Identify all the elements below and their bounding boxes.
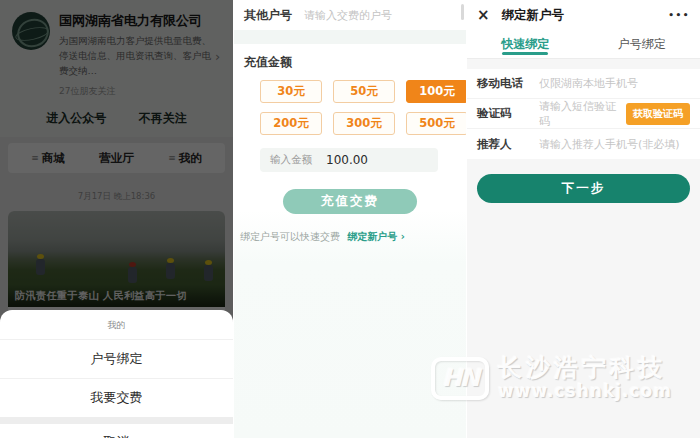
bind-form: 移动电话 仅限湖南本地手机号 验证码 请输入短信验证码 获取验证码 推荐人 请输…: [467, 69, 700, 159]
amount-button-500[interactable]: 500元: [406, 112, 466, 135]
mobile-phone-label: 移动电话: [477, 76, 539, 91]
verification-code-input[interactable]: 请输入短信验证码: [539, 99, 626, 129]
action-sheet: 我的 户号绑定 我要交费 取消: [0, 310, 233, 438]
account-number-input[interactable]: 请输入交费的户号: [304, 8, 392, 23]
page-title: 绑定新户号: [502, 7, 565, 24]
amount-button-50[interactable]: 50元: [333, 80, 395, 103]
page-header: × 绑定新户号 •••: [467, 0, 700, 30]
action-sheet-title: 我的: [0, 310, 233, 339]
referrer-row: 推荐人 请输入推荐人手机号(非必填): [467, 129, 700, 159]
amount-input-row: 输入金额 100.00: [260, 148, 438, 172]
verification-code-label: 验证码: [477, 106, 539, 121]
tab-account-bind[interactable]: 户号绑定: [584, 30, 700, 58]
verification-code-row: 验证码 请输入短信验证码 获取验证码: [467, 99, 700, 129]
watermark-company-name: 长沙浩宁科技: [498, 355, 672, 381]
tab-bar: 快速绑定 户号绑定: [467, 30, 700, 59]
bind-hint-row: 绑定户号可以快速交费 绑定新户号 ›: [240, 230, 466, 244]
hn-logo-icon: HN: [431, 357, 489, 400]
other-account-row: 其他户号 请输入交费的户号: [234, 0, 466, 30]
mobile-phone-input[interactable]: 仅限湖南本地手机号: [539, 76, 690, 91]
scrollbar[interactable]: [461, 4, 464, 20]
watermark-url: www.cshnkj.com: [498, 381, 672, 401]
next-step-button[interactable]: 下一步: [477, 174, 690, 203]
mobile-phone-row: 移动电话 仅限湖南本地手机号: [467, 69, 700, 99]
referrer-label: 推荐人: [477, 137, 539, 152]
tab-quick-bind[interactable]: 快速绑定: [467, 30, 584, 58]
bind-hint-text: 绑定户号可以快速交费: [240, 231, 340, 242]
watermark: HN 长沙浩宁科技 www.cshnkj.com: [431, 355, 672, 401]
amount-button-30[interactable]: 30元: [260, 80, 322, 103]
action-sheet-item-pay[interactable]: 我要交费: [0, 378, 233, 417]
section-divider: [467, 59, 700, 69]
section-divider: [234, 30, 466, 44]
other-account-label: 其他户号: [244, 7, 292, 24]
referrer-input[interactable]: 请输入推荐人手机号(非必填): [539, 137, 690, 152]
amount-button-100-selected[interactable]: 100元: [406, 80, 466, 103]
action-sheet-item-bind-account[interactable]: 户号绑定: [0, 339, 233, 378]
amount-input-field[interactable]: 100.00: [326, 153, 368, 167]
amount-button-200[interactable]: 200元: [260, 112, 322, 135]
recharge-amount-title: 充值金额: [244, 54, 466, 71]
more-menu-icon[interactable]: •••: [668, 10, 690, 20]
amount-input-label: 输入金额: [270, 153, 312, 167]
close-icon[interactable]: ×: [477, 8, 490, 23]
bind-new-account-link[interactable]: 绑定新户号 ›: [347, 231, 405, 242]
amount-options: 30元 50元 100元 200元 300元 500元: [260, 80, 466, 135]
amount-button-300[interactable]: 300元: [333, 112, 395, 135]
recharge-pay-button[interactable]: 充值交费: [283, 189, 417, 214]
screen: 国网湖南省电力有限公司 为国网湖南电力客户提供电量电费、停送电信息、用电资讯查询…: [0, 0, 700, 438]
action-sheet-divider: [0, 417, 233, 424]
get-code-button[interactable]: 获取验证码: [626, 103, 690, 125]
action-sheet-cancel-button[interactable]: 取消: [0, 424, 233, 438]
panel-official-account: 国网湖南省电力有限公司 为国网湖南电力客户提供电量电费、停送电信息、用电资讯查询…: [0, 0, 233, 438]
